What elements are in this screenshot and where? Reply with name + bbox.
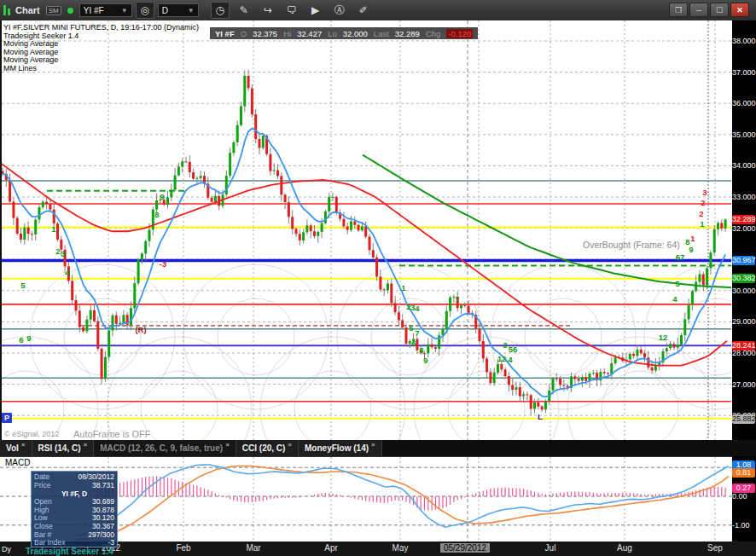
signal-marker: 8 (154, 210, 159, 219)
signal-marker: L (538, 412, 543, 421)
quote-symbol: YI #F (215, 29, 235, 38)
signal-marker: 8 (419, 345, 423, 355)
hi-label: Hi (283, 29, 291, 38)
tab-cci[interactable]: CCI (20, C)× (236, 440, 299, 456)
price-axis-label: 34.000 (732, 161, 756, 171)
price-badge: 30.967 (732, 256, 755, 265)
autoframe-status: AutoFrame is OFF (73, 429, 150, 439)
signal-marker: 6 (19, 335, 23, 345)
hi-value: 32.427 (297, 29, 322, 38)
price-axis-label: 29.000 (732, 317, 756, 327)
signal-marker: 67 (676, 252, 685, 262)
data-window-tooltip: Date08/30/2012Price38.731YI #F, DOpen30.… (31, 471, 118, 547)
signal-marker: 1 (700, 219, 705, 229)
tradesight-brand: Tradesight Seeker 1.4 (26, 547, 113, 556)
play-icon[interactable]: ▶ (306, 2, 325, 19)
signal-marker: (R) (135, 325, 146, 334)
tab-label: RSI (14, C) (38, 443, 81, 453)
brush-icon[interactable]: ✐ (354, 2, 373, 19)
macd-axis[interactable]: 0.00-1.001.080.810.27 (732, 456, 756, 542)
signal-marker: 6 (411, 339, 416, 348)
last-label: Last (374, 29, 389, 38)
tab-close-icon[interactable]: × (371, 441, 375, 449)
sm-badge: SM (46, 6, 61, 15)
lo-value: 32.000 (343, 29, 368, 38)
main-chart-panel[interactable]: 123456998-3(R)12345768973561241245678911… (0, 20, 732, 440)
tab-close-icon[interactable]: × (288, 441, 292, 449)
tab-close-icon[interactable]: × (21, 441, 26, 449)
macd-axis-label: 0.00 (732, 492, 756, 501)
price-axis-label: 37.000 (732, 68, 756, 78)
minimize-button[interactable]: ─ (689, 3, 708, 17)
tab-close-icon[interactable]: × (84, 441, 88, 449)
tab-label: MoneyFlow (14) (305, 443, 369, 453)
signal-marker: 12 (659, 333, 668, 342)
restore-button[interactable]: ❐ (669, 3, 688, 17)
interval-combobox[interactable]: D ▼ (158, 3, 199, 17)
time-axis-label: May (375, 543, 426, 553)
signal-marker: 4 (672, 294, 677, 304)
redo-icon[interactable]: ↪ (259, 2, 277, 19)
signal-marker: 5 (20, 281, 26, 290)
tab-rsi[interactable]: RSI (14, C)× (32, 440, 95, 456)
tab-vol[interactable]: Vol× (0, 440, 32, 456)
maximize-button[interactable]: ☐ (710, 3, 729, 17)
signal-marker: 1 (690, 234, 695, 243)
signal-marker: 3 (61, 249, 65, 258)
time-axis-label: Aug (599, 543, 650, 553)
price-axis[interactable]: 38.00037.00036.00035.00034.00033.00032.0… (732, 20, 756, 440)
signal-marker: 5 (409, 323, 414, 333)
tooltip-field-label: Price (34, 482, 50, 490)
time-axis-label: Feb (158, 543, 209, 553)
overbought-annotation: OverBought (Frame: 64) (583, 240, 680, 250)
price-axis-label: 38.000 (732, 37, 756, 46)
pencil-icon[interactable]: ✎ (235, 2, 253, 19)
signal-marker: -3 (160, 259, 166, 269)
signal-marker: 2 (701, 198, 705, 207)
indicator-tabbar: Vol×RSI (14, C)×MACD (12, 26, C, 9, fals… (0, 440, 756, 456)
clipped-status-text: Dy (2, 545, 11, 553)
signal-marker: 2 (55, 246, 60, 256)
price-badge: 32.289 (732, 215, 755, 224)
signal-marker: 12 (497, 354, 507, 363)
chart-app-icon (3, 5, 10, 15)
tab-label: MACD (12, 26, C, 9, false, true) (100, 443, 223, 453)
tab-moneyflow[interactable]: MoneyFlow (14)× (299, 440, 382, 456)
tooltip-field-value: 38.731 (92, 482, 114, 490)
signal-marker: 9 (423, 356, 427, 365)
chevron-down-icon: ▼ (188, 7, 195, 14)
price-axis-label: 32.000 (732, 224, 756, 234)
interval-value: D (162, 6, 168, 15)
lo-label: Lo (328, 29, 337, 38)
symbol-value: YI #F (84, 6, 104, 15)
auto-analysis-icon[interactable]: Ⓐ (330, 2, 349, 19)
legend-line: MM Lines (3, 65, 199, 73)
tab-label: CCI (20, C) (242, 443, 286, 453)
tab-close-icon[interactable]: × (225, 441, 230, 449)
signal-marker: 9 (689, 245, 693, 254)
last-value: 32.289 (395, 29, 420, 38)
chevron-down-icon: ▼ (121, 7, 128, 14)
symbol-combobox[interactable]: YI #F ▼ (79, 3, 132, 17)
signal-marker: 5 (675, 279, 680, 288)
p-marker-badge[interactable]: P (2, 413, 12, 423)
chg-value: -0.120 (446, 29, 473, 38)
window-title: Chart (15, 5, 40, 15)
signal-marker: 1 (401, 283, 406, 292)
tab-macd[interactable]: MACD (12, 26, C, 9, false, true)× (94, 440, 236, 456)
price-axis-label: 35.000 (732, 130, 756, 140)
time-axis-label: Jul (525, 543, 576, 553)
open-value: 32.375 (253, 29, 277, 38)
signal-marker: 4 (65, 268, 70, 277)
interval-clock-icon[interactable]: ◷ (211, 2, 230, 19)
comment-icon[interactable]: 🗨 (282, 2, 301, 19)
time-axis-label: Mar (228, 543, 279, 553)
price-axis-label: 27.000 (732, 380, 756, 390)
close-button[interactable]: ✕ (730, 3, 749, 17)
chg-label: Chg (426, 29, 440, 38)
symbol-lookup-icon[interactable]: ◎ (136, 2, 154, 19)
price-axis-label: 36.000 (732, 99, 756, 108)
quote-bar: YI #F O32.375 Hi32.427 Lo32.000 Last32.2… (210, 27, 478, 39)
study-legend: YI #F,SILVER MINI FUTURES, D, 19:16-17:0… (3, 24, 199, 72)
price-badge: 25.882 (732, 414, 755, 424)
